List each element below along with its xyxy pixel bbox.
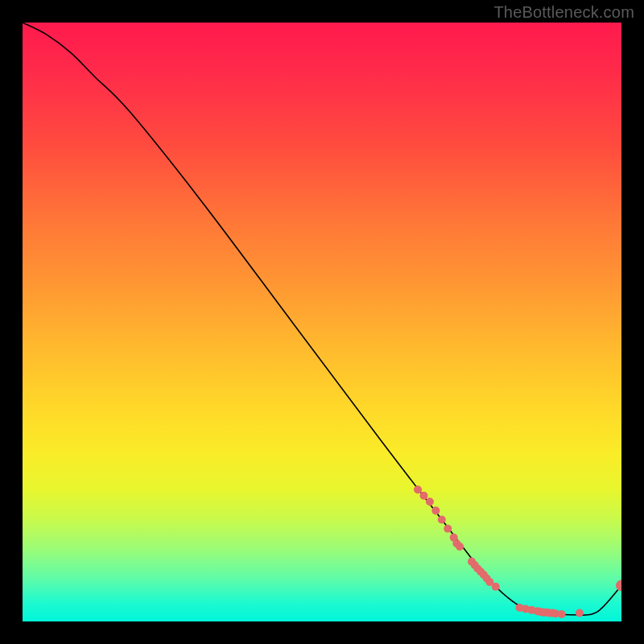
curve-marker (419, 492, 427, 500)
curve-marker (426, 497, 434, 506)
plot-area (23, 23, 621, 621)
chart-root: TheBottleneck.com (0, 0, 644, 644)
curve-marker (492, 583, 500, 591)
bottleneck-curve (23, 23, 621, 615)
curve-marker (444, 525, 452, 533)
curve-markers-flat (516, 604, 584, 618)
curve-markers-upper (414, 485, 500, 591)
curve-marker (431, 506, 440, 514)
curve-layer (23, 23, 621, 621)
curve-marker (576, 609, 584, 617)
watermark-label: TheBottleneck.com (493, 3, 634, 22)
curve-marker (438, 516, 446, 524)
curve-end-marker (616, 580, 621, 591)
curve-marker (558, 610, 566, 618)
curve-marker (414, 485, 422, 493)
curve-marker (456, 543, 464, 551)
